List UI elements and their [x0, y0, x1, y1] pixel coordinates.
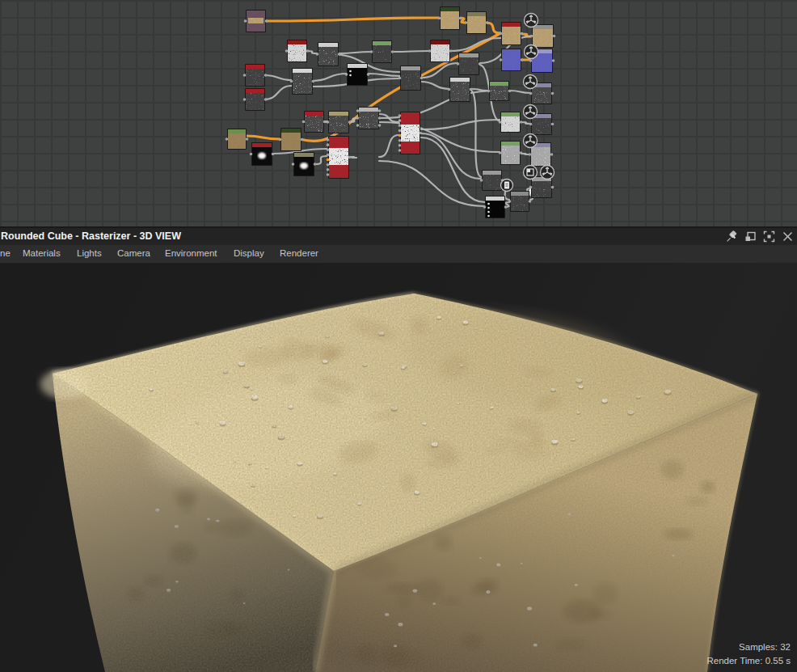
graph-node[interactable]	[500, 22, 524, 45]
graph-node[interactable]	[327, 136, 352, 179]
render-stats: Samples: 32 Render Time: 0.55 s	[706, 640, 791, 668]
pin-icon[interactable]	[726, 230, 738, 243]
graph-node[interactable]	[327, 111, 352, 133]
2d-view-badge-icon[interactable]	[524, 166, 538, 180]
3d-view-badge-icon[interactable]	[524, 134, 538, 148]
graph-wire[interactable]	[379, 135, 398, 157]
graph-node[interactable]	[398, 112, 423, 154]
graph-wire[interactable]	[338, 52, 372, 53]
graph-wire[interactable]	[509, 91, 531, 93]
node-graph-canvas[interactable]	[0, 0, 797, 226]
3d-view-badge-icon[interactable]	[541, 166, 555, 180]
menu-item-environment[interactable]: Environment	[165, 248, 217, 258]
graph-wire[interactable]	[379, 122, 500, 152]
3d-viewport[interactable]: Samples: 32 Render Time: 0.55 s	[0, 263, 797, 672]
graph-wire[interactable]	[421, 82, 449, 89]
graph-node[interactable]	[457, 53, 482, 75]
graph-wire[interactable]	[264, 86, 292, 99]
graph-node[interactable]	[499, 141, 523, 165]
graph-wire[interactable]	[450, 38, 501, 51]
graph-node[interactable]	[499, 112, 523, 133]
graph-node[interactable]	[243, 64, 268, 87]
menu-item-scene[interactable]: ne	[0, 248, 11, 258]
graph-wire[interactable]	[312, 74, 347, 81]
graph-node[interactable]	[243, 88, 268, 111]
graph-node[interactable]	[250, 142, 275, 166]
graph-node[interactable]	[438, 6, 462, 30]
graph-wire[interactable]	[368, 74, 400, 76]
graph-node[interactable]	[448, 77, 473, 102]
graph-wire-active[interactable]	[246, 136, 280, 139]
graph-node[interactable]	[292, 152, 317, 176]
graph-node[interactable]	[244, 10, 268, 32]
3d-view-badge-icon[interactable]	[525, 45, 538, 59]
graph-wire-active[interactable]	[486, 23, 500, 33]
graph-wire[interactable]	[264, 75, 292, 80]
menu-item-display[interactable]: Display	[234, 248, 264, 258]
menu-item-camera[interactable]: Camera	[117, 248, 150, 258]
graph-wire[interactable]	[379, 91, 500, 118]
application-window: Rounded Cube - Rasterizer - 3D VIEW	[0, 0, 797, 672]
window-title: Rounded Cube - Rasterizer - 3D VIEW	[1, 230, 181, 242]
graph-node[interactable]	[302, 111, 327, 133]
graph-node[interactable]	[290, 68, 315, 95]
samples-label: Samples: 32	[706, 640, 791, 654]
graph-wire[interactable]	[315, 156, 327, 164]
close-icon[interactable]	[782, 230, 794, 243]
menu-item-lights[interactable]: Lights	[77, 248, 102, 258]
menu-item-materials[interactable]: Materials	[23, 248, 61, 258]
graph-node[interactable]	[480, 170, 504, 191]
graph-node[interactable]	[398, 66, 424, 91]
graph-node[interactable]	[279, 128, 304, 151]
graph-node[interactable]	[465, 11, 489, 34]
cube-grain-overlay	[53, 294, 757, 672]
3d-view-menubar: ne Materials Lights Camera Environment D…	[0, 245, 797, 264]
3d-view-badge-icon[interactable]	[524, 75, 538, 89]
3d-view-titlebar[interactable]: Rounded Cube - Rasterizer - 3D VIEW	[0, 228, 797, 245]
maximize-icon[interactable]	[763, 230, 775, 243]
graph-node[interactable]	[483, 196, 508, 218]
rendered-cube	[0, 263, 797, 672]
graph-node[interactable]	[370, 40, 394, 63]
graph-node[interactable]	[487, 81, 512, 101]
render-time-label: Render Time: 0.55 s	[706, 654, 791, 668]
graph-node[interactable]	[226, 129, 249, 150]
graph-node[interactable]	[500, 49, 524, 71]
graph-wire[interactable]	[470, 90, 482, 177]
graph-node[interactable]	[529, 176, 555, 198]
graph-wire-active[interactable]	[266, 18, 439, 21]
graph-node[interactable]	[428, 40, 453, 62]
3d-view-badge-icon[interactable]	[524, 105, 538, 119]
3d-view-badge-icon[interactable]	[525, 14, 538, 27]
graph-node[interactable]	[530, 24, 556, 48]
graph-node[interactable]	[285, 40, 310, 62]
graph-wire[interactable]	[392, 51, 430, 52]
menu-item-renderer[interactable]: Renderer	[280, 248, 318, 258]
float-window-icon[interactable]	[744, 230, 757, 243]
graph-node[interactable]	[508, 191, 532, 212]
graph-node[interactable]	[356, 107, 382, 129]
graph-node[interactable]	[345, 63, 370, 86]
graph-node[interactable]	[316, 42, 341, 66]
graph-wire[interactable]	[421, 133, 481, 179]
document-badge-icon[interactable]	[501, 180, 513, 192]
graph-wire[interactable]	[421, 120, 500, 129]
graph-wire[interactable]	[379, 161, 485, 206]
node-graph-panel[interactable]	[0, 0, 797, 226]
